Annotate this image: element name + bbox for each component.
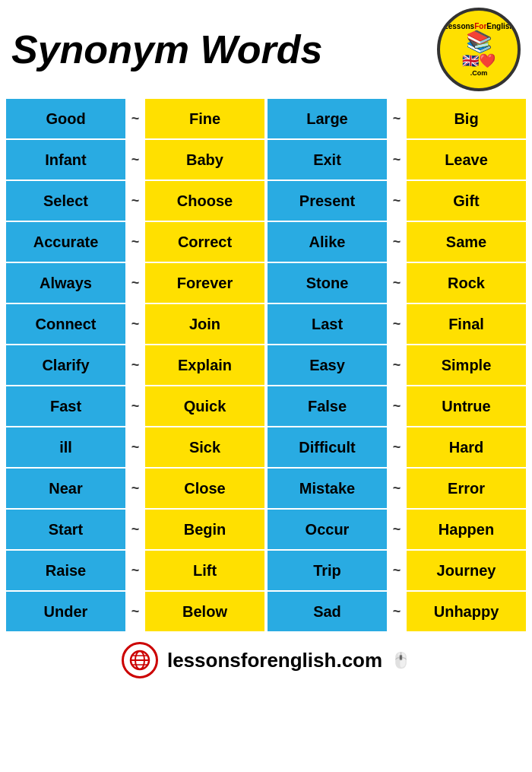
word-cell: Exit xyxy=(268,140,387,179)
synonym-cell: Correct xyxy=(145,222,264,262)
word-label: Accurate xyxy=(33,234,99,251)
synonym-row: Trip~Journey xyxy=(268,551,526,590)
synonym-row: Raise~Lift xyxy=(6,551,264,590)
tilde-separator: ~ xyxy=(388,345,405,385)
tilde-separator: ~ xyxy=(388,140,405,179)
tilde-separator: ~ xyxy=(127,304,144,344)
synonym-row: Always~Forever xyxy=(6,263,264,303)
word-label: Easy xyxy=(309,357,345,374)
left-panel: Good~FineInfant~BabySelect~ChooseAccurat… xyxy=(6,99,264,631)
synonym-cell: Happen xyxy=(407,510,526,549)
word-cell: Good xyxy=(6,99,125,138)
word-label: ill xyxy=(59,439,72,456)
logo: LessonsForEnglish 📚 🇬🇧❤️ .Com xyxy=(437,8,521,91)
synonym-row: Easy~Simple xyxy=(268,345,526,385)
tilde-separator: ~ xyxy=(388,510,405,549)
synonym-label: Unhappy xyxy=(434,603,499,621)
word-cell: False xyxy=(268,386,387,426)
logo-domain: .Com xyxy=(470,69,488,77)
synonym-cell: Fine xyxy=(145,99,264,138)
synonym-row: Difficult~Hard xyxy=(268,427,526,467)
synonym-panels: Good~FineInfant~BabySelect~ChooseAccurat… xyxy=(0,97,532,634)
synonym-label: Close xyxy=(184,480,225,497)
cursor-icon: 🖱️ xyxy=(391,651,410,669)
synonym-cell: Untrue xyxy=(407,386,526,426)
synonym-label: Correct xyxy=(178,234,232,251)
tilde-separator: ~ xyxy=(127,222,144,262)
synonym-row: Connect~Join xyxy=(6,304,264,344)
synonym-cell: Below xyxy=(145,592,264,631)
synonym-label: Choose xyxy=(177,192,233,210)
book-icon: 📚 xyxy=(466,31,492,52)
synonym-label: Journey xyxy=(437,562,496,580)
tilde-separator: ~ xyxy=(388,551,405,590)
word-label: Occur xyxy=(306,521,350,538)
word-cell: Large xyxy=(268,99,387,138)
word-label: Last xyxy=(312,316,343,333)
footer-website: lessonsforenglish.com xyxy=(167,649,382,672)
word-label: Raise xyxy=(46,562,86,580)
synonym-row: Mistake~Error xyxy=(268,469,526,508)
synonym-row: Accurate~Correct xyxy=(6,222,264,262)
synonym-cell: Close xyxy=(145,469,264,508)
tilde-separator: ~ xyxy=(127,510,144,549)
word-label: Good xyxy=(46,110,85,128)
synonym-label: Quick xyxy=(184,398,226,415)
tilde-separator: ~ xyxy=(388,427,405,467)
synonym-row: Alike~Same xyxy=(268,222,526,262)
synonym-row: Infant~Baby xyxy=(6,140,264,179)
word-cell: Select xyxy=(6,181,125,221)
word-label: False xyxy=(308,398,347,415)
tilde-separator: ~ xyxy=(127,427,144,467)
tilde-separator: ~ xyxy=(388,386,405,426)
synonym-row: Clarify~Explain xyxy=(6,345,264,385)
tilde-separator: ~ xyxy=(127,469,144,508)
word-label: Stone xyxy=(306,275,349,292)
synonym-cell: Gift xyxy=(407,181,526,221)
word-cell: Under xyxy=(6,592,125,631)
synonym-cell: Lift xyxy=(145,551,264,590)
word-label: Difficult xyxy=(299,439,355,456)
synonym-label: Error xyxy=(448,480,485,497)
word-cell: Mistake xyxy=(268,469,387,508)
synonym-label: Simple xyxy=(442,357,492,374)
footer-logo-icon xyxy=(122,642,158,678)
synonym-row: Sad~Unhappy xyxy=(268,592,526,631)
synonym-row: Start~Begin xyxy=(6,510,264,549)
synonym-cell: Begin xyxy=(145,510,264,549)
tilde-separator: ~ xyxy=(127,263,144,303)
tilde-separator: ~ xyxy=(127,181,144,221)
synonym-label: Baby xyxy=(186,151,223,169)
synonym-cell: Unhappy xyxy=(407,592,526,631)
word-label: Clarify xyxy=(42,357,89,374)
tilde-separator: ~ xyxy=(127,551,144,590)
word-label: Large xyxy=(306,110,347,128)
tilde-separator: ~ xyxy=(127,140,144,179)
tilde-separator: ~ xyxy=(388,181,405,221)
word-cell: Difficult xyxy=(268,427,387,467)
synonym-cell: Explain xyxy=(145,345,264,385)
tilde-separator: ~ xyxy=(388,99,405,138)
tilde-separator: ~ xyxy=(127,345,144,385)
synonym-row: Occur~Happen xyxy=(268,510,526,549)
word-label: Fast xyxy=(50,398,81,415)
synonym-cell: Forever xyxy=(145,263,264,303)
word-label: Connect xyxy=(36,316,97,333)
word-cell: Last xyxy=(268,304,387,344)
word-label: Trip xyxy=(313,562,341,580)
synonym-row: Near~Close xyxy=(6,469,264,508)
synonym-cell: Leave xyxy=(407,140,526,179)
word-label: Near xyxy=(49,480,82,497)
synonym-label: Forever xyxy=(177,275,233,292)
synonym-cell: Baby xyxy=(145,140,264,179)
word-label: Select xyxy=(43,192,88,210)
synonym-row: Exit~Leave xyxy=(268,140,526,179)
synonym-row: Present~Gift xyxy=(268,181,526,221)
word-label: Exit xyxy=(313,151,341,169)
word-cell: Accurate xyxy=(6,222,125,262)
synonym-row: Large~Big xyxy=(268,99,526,138)
word-label: Start xyxy=(49,521,84,538)
header: Synonym Words LessonsForEnglish 📚 🇬🇧❤️ .… xyxy=(0,0,532,97)
tilde-separator: ~ xyxy=(388,263,405,303)
synonym-cell: Journey xyxy=(407,551,526,590)
